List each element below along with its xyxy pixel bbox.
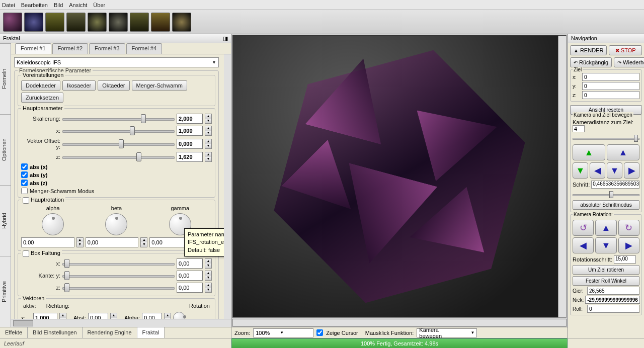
abs-z-check[interactable]: [21, 180, 28, 186]
x-value[interactable]: 1,000: [177, 126, 203, 136]
move-right[interactable]: ▶: [624, 162, 639, 179]
thumb-3[interactable]: [45, 13, 64, 32]
sidetab-formeln[interactable]: Formeln: [0, 43, 11, 114]
menu-edit[interactable]: Bearbeiten: [21, 2, 48, 8]
z-value[interactable]: 1,620: [177, 152, 203, 162]
tab-formel-3[interactable]: Formel #3: [89, 43, 125, 54]
step-value[interactable]: 0,466536356689503: [591, 181, 639, 189]
btab-bild[interactable]: Bild Einstellungen: [28, 327, 82, 338]
menu-file[interactable]: Datei: [2, 2, 15, 8]
tab-formel-2[interactable]: Formel #2: [52, 43, 89, 54]
mainrot-check[interactable]: [23, 197, 29, 204]
target-y[interactable]: 0: [582, 82, 639, 90]
menu-image[interactable]: Bild: [54, 2, 63, 8]
beta-value[interactable]: 0,00: [86, 237, 139, 247]
preset-menger[interactable]: Menger-Schwamm: [132, 80, 187, 91]
bf-z-value[interactable]: 0,00: [177, 283, 203, 293]
gier-value[interactable]: 26,565: [587, 287, 639, 295]
show-cursor-check[interactable]: [316, 329, 323, 336]
rot-down[interactable]: ▼: [595, 237, 616, 253]
preset-reset[interactable]: Zurücksetzen: [21, 93, 63, 103]
zoom-select[interactable]: 100%: [253, 328, 313, 337]
tab-formel-4[interactable]: Formel #4: [126, 43, 163, 54]
render-viewport[interactable]: [232, 35, 567, 318]
btab-effekte[interactable]: Effekte: [0, 327, 28, 338]
move-back[interactable]: ▼: [573, 162, 588, 179]
status-idle: Leerlauf: [0, 340, 231, 346]
thumb-2[interactable]: [24, 13, 43, 32]
rot-target-button[interactable]: Um Ziel rotieren: [573, 265, 639, 275]
boxfold-check[interactable]: [23, 250, 29, 257]
bf-x-value[interactable]: 0,00: [177, 258, 203, 269]
fixed-roll-button[interactable]: Fester Roll Winkel: [573, 276, 639, 286]
abs-step-button[interactable]: absoluter Schrittmodus: [573, 200, 639, 210]
beta-dial[interactable]: [105, 213, 127, 235]
cam-dist-slider[interactable]: [573, 134, 639, 142]
thumb-8[interactable]: [151, 13, 170, 32]
alpha-value[interactable]: 0,00: [21, 237, 74, 247]
vec-alpha-dial[interactable]: [173, 312, 185, 319]
undo-button[interactable]: ↶ Rückgängig: [570, 57, 612, 67]
abs-x-check[interactable]: [21, 163, 28, 170]
sidetab-optionen[interactable]: Optionen: [0, 114, 11, 185]
sidetab-primitive[interactable]: Primitive: [0, 256, 11, 327]
abs-y-check[interactable]: [21, 171, 28, 178]
cam-dist[interactable]: 4: [573, 125, 585, 132]
thumb-4[interactable]: [66, 13, 86, 32]
move-forward[interactable]: ▲: [573, 144, 605, 160]
bf-z-slider[interactable]: [62, 283, 175, 292]
y-value[interactable]: 0,000: [177, 139, 203, 149]
viewport-hscroll[interactable]: [232, 319, 567, 327]
thumb-5[interactable]: [88, 13, 107, 32]
btab-fraktal[interactable]: Fraktal: [137, 327, 165, 338]
left-hscroll[interactable]: [11, 319, 231, 327]
nick-value[interactable]: -29,999999999999996: [585, 296, 640, 304]
alpha-dial[interactable]: [42, 213, 64, 235]
scale-spinner[interactable]: ▲▼: [205, 114, 212, 124]
redo-button[interactable]: ↷ Wiederholen: [614, 57, 644, 67]
rot-up[interactable]: ▲: [595, 220, 616, 236]
bf-y-slider[interactable]: [62, 271, 175, 280]
btab-rendering[interactable]: Rendering Engine: [83, 327, 137, 338]
move-left[interactable]: ◀: [590, 162, 605, 179]
vec-abst-value[interactable]: 0,00: [88, 313, 108, 319]
viewport-vscroll[interactable]: [558, 36, 566, 317]
thumb-9[interactable]: [172, 13, 191, 32]
move-down[interactable]: ▼: [607, 162, 622, 179]
thumb-1[interactable]: [3, 13, 22, 32]
bf-y-value[interactable]: 0,00: [177, 271, 203, 281]
menu-about[interactable]: Über: [93, 2, 105, 8]
click-fn-select[interactable]: Kamera bewegen: [417, 328, 477, 337]
step-slider[interactable]: [573, 191, 639, 199]
preset-oktaeder[interactable]: Oktaeder: [98, 80, 129, 91]
menu-view[interactable]: Ansicht: [69, 2, 87, 8]
sidetab-hybrid[interactable]: Hybrid: [0, 185, 11, 256]
rot-step-value[interactable]: 15,00: [614, 255, 636, 264]
preset-dodekaeder[interactable]: Dodekaeder: [21, 80, 60, 91]
stop-button[interactable]: ✖ STOP: [609, 45, 642, 55]
render-button[interactable]: ▲ RENDER: [570, 45, 607, 55]
x-slider[interactable]: [62, 126, 175, 135]
vec-x-value[interactable]: 1,000: [33, 313, 57, 319]
roll-value[interactable]: 0: [587, 305, 639, 313]
menger-mode-check[interactable]: [21, 188, 28, 194]
rot-cw[interactable]: ↻: [618, 220, 639, 236]
rot-right[interactable]: ▶: [618, 237, 639, 253]
thumb-7[interactable]: [130, 13, 149, 32]
z-slider[interactable]: [62, 152, 175, 161]
move-up[interactable]: ▲: [607, 144, 639, 160]
target-x[interactable]: 0: [582, 73, 639, 81]
thumb-6[interactable]: [109, 13, 128, 32]
bf-x-slider[interactable]: [62, 259, 175, 268]
y-slider[interactable]: [62, 139, 175, 148]
vec-alpha-value[interactable]: 0,00: [142, 313, 162, 319]
dock-icon[interactable]: ◨: [223, 35, 228, 42]
rot-reset[interactable]: ↺: [573, 220, 594, 236]
scale-value[interactable]: 2,000: [177, 114, 203, 124]
formula-select[interactable]: Kaleidoscopic IFS: [14, 57, 219, 67]
rot-left[interactable]: ◀: [573, 237, 594, 253]
preset-ikosaeder[interactable]: Ikosaeder: [62, 80, 96, 91]
target-z[interactable]: 0: [582, 91, 639, 99]
scale-slider[interactable]: [62, 114, 175, 123]
tab-formel-1[interactable]: Formel #1: [15, 43, 51, 54]
